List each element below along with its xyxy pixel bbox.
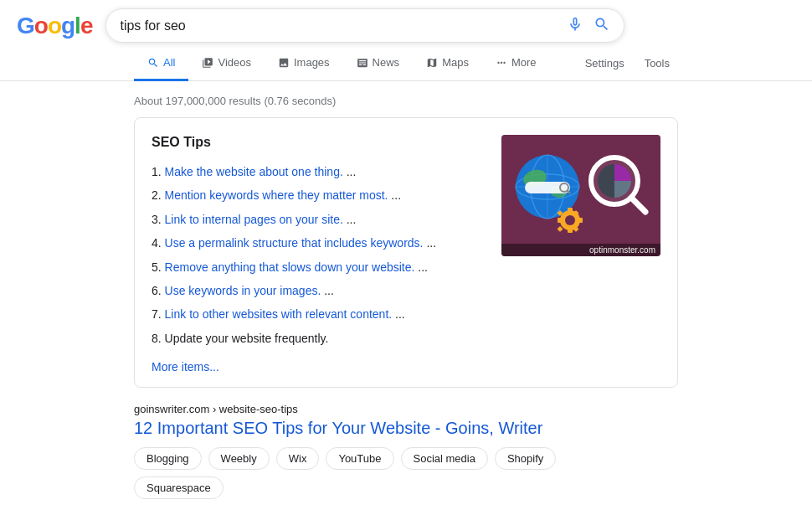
chip-youtube[interactable]: YouTube — [326, 447, 393, 470]
google-logo[interactable]: Google — [17, 13, 92, 39]
list-item: 7. Link to other websites with relevant … — [152, 302, 485, 326]
list-item: 8. Update your website frequently. — [152, 327, 485, 350]
tab-images-label: Images — [294, 56, 330, 69]
tab-maps[interactable]: Maps — [413, 46, 482, 81]
settings-button[interactable]: Settings — [577, 47, 633, 80]
tab-news-label: News — [373, 56, 400, 69]
tab-all-label: All — [163, 56, 175, 69]
tab-maps-label: Maps — [442, 56, 469, 69]
list-item: 2. Mention keywords where they matter mo… — [152, 183, 485, 207]
list-item: 6. Use keywords in your images. ... — [152, 279, 485, 302]
search-submit-icon[interactable] — [594, 16, 610, 35]
tab-videos[interactable]: Videos — [188, 46, 265, 81]
list-item: 5. Remove anything that slows down your … — [152, 255, 485, 279]
featured-snippet: SEO Tips 1. Make the website about one t… — [134, 117, 678, 388]
tab-news[interactable]: News — [343, 46, 414, 81]
nav-tabs: All Videos Images News Maps More Setting… — [0, 46, 812, 81]
chip-shopify[interactable]: Shopify — [495, 447, 556, 470]
tab-more[interactable]: More — [482, 46, 550, 81]
chip-social-media[interactable]: Social media — [401, 447, 488, 470]
search-bar: tips for seo — [105, 8, 624, 43]
list-item: 1. Make the website about one thing. ... — [152, 160, 485, 183]
video-icon — [202, 57, 213, 69]
svg-rect-21 — [557, 226, 563, 232]
search-icons — [567, 16, 610, 35]
tab-videos-label: Videos — [218, 56, 251, 69]
maps-icon — [426, 57, 438, 69]
list-item-link[interactable]: Make the website about one thing. — [165, 165, 343, 178]
image-caption: optinmonster.com — [501, 244, 660, 256]
result-title[interactable]: 12 Important SEO Tips for Your Website -… — [134, 417, 636, 439]
tools-button[interactable]: Tools — [636, 47, 678, 80]
svg-rect-17 — [558, 218, 563, 223]
search-icon — [147, 57, 159, 69]
nav-right: Settings Tools — [577, 47, 678, 80]
search-bar-wrapper: tips for seo — [105, 8, 624, 43]
more-dots-icon — [496, 57, 507, 69]
results-area: About 197,000,000 results (0.76 seconds)… — [0, 81, 812, 506]
microphone-icon[interactable] — [567, 16, 583, 35]
featured-image-svg — [501, 135, 660, 256]
svg-line-12 — [631, 198, 645, 212]
search-result-1: goinswriter.com › website-seo-tips 12 Im… — [134, 403, 636, 499]
news-icon — [357, 57, 368, 69]
search-input[interactable]: tips for seo — [120, 18, 558, 33]
list-item-link[interactable]: Mention keywords where they matter most. — [165, 188, 388, 202]
chip-weebly[interactable]: Weebly — [208, 447, 270, 470]
tab-more-label: More — [511, 56, 537, 69]
list-item-link[interactable]: Link to internal pages on your site. — [165, 213, 343, 226]
svg-point-14 — [565, 215, 575, 225]
results-count: About 197,000,000 results (0.76 seconds) — [134, 88, 678, 117]
list-item-link[interactable]: Remove anything that slows down your web… — [165, 260, 415, 274]
chip-wix[interactable]: Wix — [276, 447, 320, 470]
list-item: 3. Link to internal pages on your site. … — [152, 208, 485, 231]
svg-rect-15 — [568, 208, 573, 213]
images-icon — [278, 57, 290, 69]
featured-content: SEO Tips 1. Make the website about one t… — [152, 135, 485, 373]
featured-title: SEO Tips — [152, 135, 485, 150]
more-items-link[interactable]: More items... — [152, 360, 219, 373]
header: Google tips for seo — [0, 0, 812, 43]
svg-rect-16 — [568, 228, 573, 233]
featured-list: 1. Make the website about one thing. ...… — [152, 160, 485, 350]
list-item: 4. Use a permalink structure that includ… — [152, 231, 485, 255]
result-chips: Blogging Weebly Wix YouTube Social media… — [134, 447, 636, 499]
chip-squarespace[interactable]: Squarespace — [134, 477, 224, 499]
chip-blogging[interactable]: Blogging — [134, 447, 202, 470]
result-url: goinswriter.com › website-seo-tips — [134, 403, 636, 415]
svg-rect-18 — [578, 218, 583, 223]
list-item-link[interactable]: Link to other websites with relevant con… — [165, 307, 393, 321]
tab-images[interactable]: Images — [265, 46, 343, 81]
list-item-link[interactable]: Use keywords in your images. — [165, 284, 321, 297]
tab-all[interactable]: All — [134, 46, 188, 81]
featured-image: optinmonster.com — [501, 135, 660, 256]
list-item-link[interactable]: Use a permalink structure that includes … — [165, 236, 424, 250]
